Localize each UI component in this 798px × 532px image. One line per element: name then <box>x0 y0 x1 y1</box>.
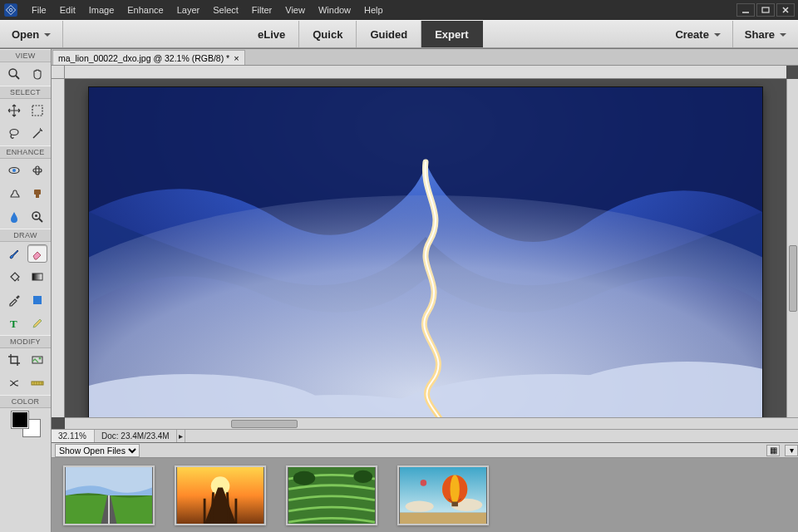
create-button[interactable]: Create <box>663 21 732 47</box>
thumbnail-green-field[interactable] <box>63 466 155 525</box>
marquee-tool[interactable] <box>27 101 47 120</box>
menu-help[interactable]: Help <box>357 0 390 20</box>
menu-layer[interactable]: Layer <box>170 0 207 20</box>
chevron-down-icon <box>714 28 721 41</box>
spot-heal-tool[interactable] <box>27 161 47 180</box>
window-maximize-button[interactable] <box>756 3 775 17</box>
svg-point-16 <box>35 214 37 217</box>
paint-bucket-tool[interactable] <box>4 268 24 286</box>
mode-tab-expert[interactable]: Expert <box>421 21 481 47</box>
open-button[interactable]: Open <box>0 21 62 47</box>
menu-window[interactable]: Window <box>312 0 357 20</box>
project-bin-toolbar: Show Open Files ▦ ▾ <box>52 443 798 458</box>
mode-tab-elive[interactable]: eLive <box>244 21 298 47</box>
svg-rect-12 <box>34 190 41 195</box>
scrollbar-thumb[interactable] <box>789 245 797 312</box>
svg-rect-47 <box>451 501 458 506</box>
svg-rect-18 <box>33 296 42 304</box>
type-tool[interactable]: T <box>4 314 24 332</box>
content-aware-tool[interactable] <box>4 374 24 392</box>
menu-select[interactable]: Select <box>206 0 245 20</box>
project-bin-dropdown[interactable]: Show Open Files <box>55 444 140 457</box>
move-tool[interactable] <box>4 101 24 120</box>
palette-group-color: COLOR <box>0 395 51 408</box>
foreground-color-swatch[interactable] <box>12 411 28 428</box>
svg-rect-3 <box>762 7 769 12</box>
project-bin-thumbnails <box>52 458 798 532</box>
document-tab[interactable]: ma_lion_00022_dxo.jpg @ 32.1% (RGB/8) * … <box>52 50 245 65</box>
window-close-button[interactable] <box>776 3 795 17</box>
smart-brush-tool[interactable] <box>4 185 24 203</box>
sponge-tool[interactable] <box>27 208 47 226</box>
canvas-surface[interactable] <box>65 79 786 417</box>
document-tab-strip: ma_lion_00022_dxo.jpg @ 32.1% (RGB/8) * … <box>52 49 798 66</box>
window-minimize-button[interactable] <box>736 3 755 17</box>
mode-tabs: eLive Quick Guided Expert <box>244 21 483 47</box>
open-button-label: Open <box>12 28 39 41</box>
close-icon[interactable]: × <box>234 53 239 63</box>
redeye-tool[interactable] <box>4 161 24 180</box>
app-logo-icon <box>2 1 20 19</box>
project-bin-menu-icon[interactable]: ▾ <box>785 445 798 456</box>
canvas-viewport <box>52 66 798 429</box>
document-area: ma_lion_00022_dxo.jpg @ 32.1% (RGB/8) * … <box>52 49 798 532</box>
menu-image[interactable]: Image <box>82 0 121 20</box>
ruler-horizontal[interactable] <box>65 66 786 79</box>
straighten-tool[interactable] <box>27 374 47 392</box>
share-button-label: Share <box>745 28 775 41</box>
svg-point-50 <box>421 480 427 486</box>
svg-point-42 <box>353 470 372 482</box>
scrollbar-thumb[interactable] <box>231 420 298 428</box>
mode-tab-quick[interactable]: Quick <box>299 21 356 47</box>
status-menu-arrow[interactable]: ▸ <box>177 430 185 442</box>
ruler-vertical[interactable] <box>52 79 65 417</box>
svg-text:T: T <box>10 318 17 330</box>
eyedropper-tool[interactable] <box>4 291 24 309</box>
thumbnail-sunset-pier[interactable] <box>175 466 266 525</box>
workspace: VIEW SELECT ENHANCE DRAW <box>0 48 798 532</box>
create-button-label: Create <box>675 28 708 41</box>
svg-point-41 <box>293 470 315 485</box>
thumbnail-balloon[interactable] <box>397 466 489 525</box>
svg-line-38 <box>212 492 214 524</box>
clone-stamp-tool[interactable] <box>27 185 47 203</box>
svg-rect-10 <box>33 169 42 172</box>
zoom-tool[interactable] <box>4 65 24 83</box>
svg-line-15 <box>39 219 42 222</box>
hand-tool[interactable] <box>27 65 47 83</box>
chevron-down-icon <box>44 28 51 41</box>
scrollbar-vertical[interactable] <box>786 79 798 417</box>
svg-point-9 <box>12 169 16 172</box>
magic-wand-tool[interactable] <box>27 125 47 143</box>
menu-file[interactable]: File <box>25 0 53 20</box>
menu-filter[interactable]: Filter <box>245 0 278 20</box>
crop-tool[interactable] <box>4 351 24 369</box>
svg-point-4 <box>9 69 17 76</box>
color-swatch[interactable] <box>12 411 40 436</box>
svg-point-7 <box>10 130 18 135</box>
project-bin-grid-icon[interactable]: ▦ <box>766 445 780 456</box>
menu-enhance[interactable]: Enhance <box>121 0 170 20</box>
scrollbar-horizontal[interactable] <box>65 417 798 429</box>
menu-edit[interactable]: Edit <box>53 0 82 20</box>
shape-tool[interactable] <box>27 291 47 309</box>
document-image <box>89 87 762 429</box>
gradient-tool[interactable] <box>27 268 47 286</box>
share-button[interactable]: Share <box>733 21 798 47</box>
blur-tool[interactable] <box>4 208 24 226</box>
recompose-tool[interactable] <box>27 351 47 369</box>
menu-view[interactable]: View <box>278 0 312 20</box>
tool-palette: VIEW SELECT ENHANCE DRAW <box>0 49 52 532</box>
mode-tab-guided[interactable]: Guided <box>357 21 421 47</box>
svg-rect-11 <box>36 166 39 175</box>
eraser-tool[interactable] <box>27 244 47 263</box>
pencil-tool[interactable] <box>27 314 47 332</box>
thumbnail-rice-terraces[interactable] <box>286 466 377 525</box>
menu-bar: File Edit Image Enhance Layer Select Fil… <box>0 0 798 20</box>
svg-line-5 <box>16 76 19 79</box>
lasso-tool[interactable] <box>4 125 24 143</box>
svg-rect-44 <box>400 512 486 523</box>
palette-group-view: VIEW <box>0 49 51 62</box>
brush-tool[interactable] <box>4 244 24 263</box>
status-zoom[interactable]: 32.11% <box>52 430 95 442</box>
